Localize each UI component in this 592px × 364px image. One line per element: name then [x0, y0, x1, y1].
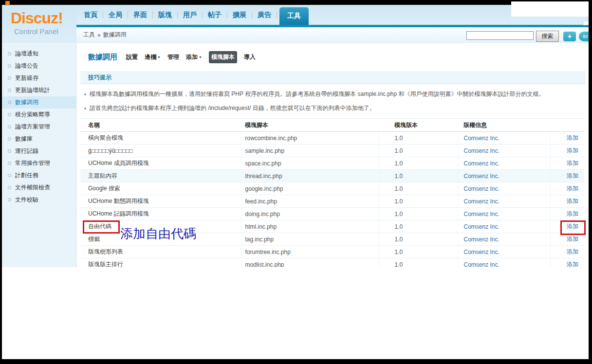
sidebar-item-1[interactable]: 論壇通知 — [2, 48, 76, 60]
top-nav-item-1[interactable]: 首頁 — [78, 11, 103, 19]
top-nav-item-6[interactable]: 帖子 — [203, 11, 227, 19]
module-script: space.inc.php — [241, 157, 379, 170]
add-link[interactable]: 添加 — [567, 236, 578, 242]
sidebar-item-5[interactable]: 數據調用 — [2, 96, 76, 109]
dropdown-arrow-icon: ▼ — [157, 55, 161, 59]
screenshot-canvas: Discuz! Control Panel 首頁全局界面版塊用戶帖子擴展廣告工具… — [0, 0, 592, 364]
top-nav-item-9[interactable]: 工具 — [279, 7, 309, 25]
table-row-7: UCHome 記錄調用模塊doing.inc.php1.0Comsenz Inc… — [80, 208, 584, 220]
vendor-link[interactable]: Comsenz Inc. — [464, 198, 500, 205]
tab-label: 添加 — [186, 53, 198, 61]
tips-list: 模塊腳本爲數據調用模塊的一種擴展，適用於懂得書寫 PHP 程序的程序員。請參考系… — [76, 90, 589, 112]
vendor-link-cell: Comsenz Inc. — [458, 157, 550, 170]
annotation-red-box-name — [83, 220, 120, 234]
sidebar-item-11[interactable]: 計劃任務 — [2, 169, 76, 182]
add-link[interactable]: 添加 — [567, 248, 578, 255]
vendor-link[interactable]: Comsenz Inc. — [464, 223, 500, 230]
sidebar-item-13[interactable]: 文件校驗 — [2, 194, 76, 206]
tab-1[interactable]: 設置 — [126, 53, 138, 61]
top-nav-item-2[interactable]: 全局 — [103, 11, 128, 19]
add-link-cell: 添加 — [550, 170, 584, 182]
vendor-link[interactable]: Comsenz Inc. — [464, 173, 500, 180]
sidebar-item-4[interactable]: 更新論壇統計 — [2, 84, 76, 96]
breadcrumb-separator: » — [97, 32, 101, 38]
sidebar-item-label: 更新緩存 — [15, 74, 38, 82]
tab-5[interactable]: 模塊腳本 — [209, 51, 237, 63]
top-nav-item-3[interactable]: 界面 — [128, 11, 152, 19]
top-nav-item-7[interactable]: 擴展 — [227, 11, 252, 19]
table-row-10: 版塊樹形列表forumtree.inc.php1.0Comsenz Inc.添加 — [80, 246, 584, 258]
vendor-link[interactable]: Comsenz Inc. — [464, 135, 500, 142]
site-button[interactable]: SITE — [579, 32, 589, 41]
col-header-name: 名稱 — [80, 119, 241, 132]
add-link[interactable]: 添加 — [567, 172, 578, 179]
module-name: 橫向聚合模塊 — [80, 132, 241, 145]
module-script: forumtree.inc.php — [241, 246, 379, 258]
tab-2[interactable]: 邊欄▼ — [145, 53, 161, 61]
top-nav-item-5[interactable]: 用戶 — [178, 11, 202, 19]
add-link[interactable]: 添加 — [567, 198, 578, 204]
plus-button[interactable]: + — [563, 32, 576, 41]
add-link[interactable]: 添加 — [567, 147, 578, 154]
bullet-circle-icon — [8, 198, 11, 201]
module-version: 1.0 — [379, 220, 458, 233]
tips-header: 技巧提示 — [80, 71, 586, 84]
sidebar-item-label: 論壇通知 — [15, 50, 38, 58]
sidebar-item-8[interactable]: 數據庫 — [2, 133, 76, 145]
sidebar-item-label: 積分策略嚮導 — [15, 110, 50, 119]
module-script: google.inc.php — [241, 182, 379, 195]
vendor-link[interactable]: Comsenz Inc. — [464, 160, 500, 167]
sidebar-item-label: 計劃任務 — [15, 171, 38, 180]
module-name: UCHome 動態調用模塊 — [80, 195, 241, 208]
module-version: 1.0 — [379, 208, 458, 220]
logo-area: Discuz! Control Panel — [2, 5, 76, 43]
tab-4[interactable]: 添加▼ — [186, 53, 202, 61]
module-script: doing.inc.php — [241, 208, 379, 220]
tab-3[interactable]: 管理 — [167, 53, 179, 61]
sidebar-item-label: 運行記錄 — [15, 147, 38, 155]
bullet-circle-icon — [8, 76, 11, 80]
add-link[interactable]: 添加 — [567, 185, 578, 192]
table-row-11: 版塊版主排行modlist.inc.php1.0Comsenz Inc.添加 — [80, 258, 584, 268]
add-link-cell: 添加 — [550, 157, 584, 170]
vendor-link[interactable]: Comsenz Inc. — [464, 261, 500, 268]
sidebar-item-12[interactable]: 文件權限檢查 — [2, 182, 76, 194]
top-nav-item-8[interactable]: 廣告 — [252, 11, 277, 19]
sidebar-item-3[interactable]: 更新緩存 — [2, 72, 76, 84]
col-header-vendor: 版權信息 — [458, 119, 550, 132]
vendor-link[interactable]: Comsenz Inc. — [464, 185, 500, 192]
overlay-artifact-box — [511, 1, 589, 17]
add-link[interactable]: 添加 — [567, 160, 578, 166]
add-link[interactable]: 添加 — [567, 261, 578, 267]
module-version: 1.0 — [379, 233, 458, 246]
tab-6[interactable]: 導入 — [244, 53, 256, 61]
vendor-link[interactable]: Comsenz Inc. — [464, 147, 500, 154]
vendor-link[interactable]: Comsenz Inc. — [464, 249, 500, 255]
bullet-circle-icon — [8, 64, 11, 68]
search-button[interactable]: 搜索 — [536, 31, 559, 42]
vendor-link-cell: Comsenz Inc. — [458, 170, 550, 182]
sidebar-item-10[interactable]: 常用操作管理 — [2, 157, 76, 169]
add-link[interactable]: 添加 — [567, 210, 578, 217]
breadcrumb-section[interactable]: 工具 — [83, 31, 95, 39]
table-row-2: ǵ□□□□□ýǔ□□□□□sample.inc.php1.0Comsenz In… — [80, 145, 584, 157]
sidebar-item-2[interactable]: 論壇公告 — [2, 60, 76, 72]
bullet-circle-icon — [8, 186, 11, 189]
bullet-circle-icon — [8, 149, 11, 153]
search-input[interactable] — [466, 31, 534, 40]
bullet-circle-icon — [8, 101, 11, 104]
bullet-circle-icon — [8, 162, 11, 165]
tab-label: 設置 — [126, 53, 138, 61]
sidebar-item-9[interactable]: 運行記錄 — [2, 145, 76, 157]
vendor-link[interactable]: Comsenz Inc. — [464, 211, 500, 218]
vendor-link[interactable]: Comsenz Inc. — [464, 236, 500, 243]
table-row-1: 橫向聚合模塊rowcombine.inc.php1.0Comsenz Inc.添… — [80, 132, 584, 145]
module-script: rowcombine.inc.php — [241, 132, 379, 145]
tab-label: 導入 — [244, 53, 256, 61]
top-nav-item-4[interactable]: 版塊 — [153, 11, 177, 19]
add-link[interactable]: 添加 — [567, 134, 578, 141]
add-link-cell: 添加 — [550, 132, 584, 145]
sidebar-item-7[interactable]: 論壇方案管理 — [2, 121, 76, 133]
module-script: feed.inc.php — [241, 195, 379, 208]
sidebar-item-6[interactable]: 積分策略嚮導 — [2, 109, 76, 121]
